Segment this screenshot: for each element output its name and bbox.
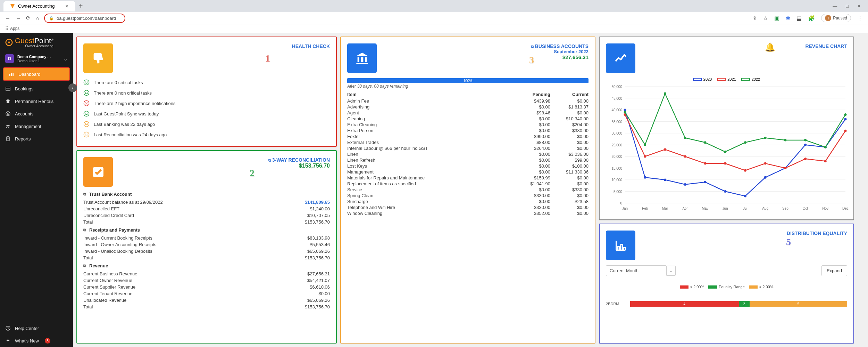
table-row: Total$153,756.70 — [83, 255, 330, 261]
nav-permanent-rentals[interactable]: Permanent Rentals — [0, 95, 73, 107]
legend-item[interactable]: 2020 — [693, 77, 712, 81]
table-row: Agent$98.46$0.00 — [347, 110, 589, 116]
health-check-item: Last Reconciliation was 24 days ago — [83, 129, 330, 140]
health-check-item: Last Banking was 22 days ago — [83, 119, 330, 129]
nav-accounts[interactable]: $ Accounts — [0, 107, 73, 120]
forward-button[interactable]: → — [16, 15, 21, 21]
svg-point-88 — [744, 169, 746, 172]
table-row: Replacement of items as specified$1,041.… — [347, 181, 589, 187]
share-icon[interactable]: ⇪ — [752, 15, 757, 22]
menu-icon[interactable]: ⋮ — [857, 15, 863, 22]
help-icon: ? — [5, 325, 11, 331]
revenue-chart-title[interactable]: REVENUE CHART — [805, 43, 847, 49]
legend-item[interactable]: 2022 — [741, 77, 760, 81]
svg-point-105 — [844, 113, 847, 116]
health-check-card: 1 HEALTH CHECK There are 0 critical task… — [76, 37, 337, 147]
table-row: Linen Refresh$0.00$99.00 — [347, 157, 589, 163]
bookmark-icon[interactable]: ☆ — [763, 15, 768, 22]
window-close[interactable]: ✕ — [857, 3, 861, 9]
svg-point-2 — [8, 41, 10, 43]
table-row: Inward - Unalloc Booking Deposits$65,069… — [83, 248, 330, 255]
ext-icon-1[interactable]: ▣ — [774, 15, 779, 22]
nav-help[interactable]: ? Help Center — [0, 322, 73, 334]
nav-reports[interactable]: Reports — [0, 132, 73, 145]
expand-button[interactable]: Expand — [821, 265, 847, 276]
section-header[interactable]: ⧉Trust Bank Account — [83, 189, 330, 199]
svg-text:Mar: Mar — [662, 207, 668, 210]
check-icon — [83, 157, 113, 187]
nav-bookings[interactable]: Bookings — [0, 82, 73, 95]
reload-button[interactable]: ⟳ — [26, 15, 31, 21]
table-row: Internal Labour @ $66 per hour inc.GST$2… — [347, 145, 589, 151]
profile-paused[interactable]: T Paused — [821, 14, 851, 22]
line-chart-icon — [606, 43, 635, 73]
legend-item: > 2.00% — [749, 285, 774, 289]
reconciliation-title[interactable]: ⧉3-WAY RECONCILIATION — [268, 157, 330, 163]
sidebar-collapse-button[interactable]: ‹ — [68, 83, 77, 92]
table-row: Inward - Current Booking Receipts$83,133… — [83, 235, 330, 241]
bar-chart-icon — [606, 231, 635, 260]
ext-icon-2[interactable]: ✱ — [786, 15, 790, 22]
apps-icon[interactable]: ⠿ — [5, 26, 8, 31]
company-picker[interactable]: D Demo Company ... Demo User 1 ⌄ — [0, 51, 73, 66]
nav-whatsnew[interactable]: What's New 3 — [0, 334, 73, 347]
url-bar[interactable]: 🔒 oa.guestpoint.com/dashboard — [44, 14, 125, 23]
svg-point-22 — [87, 92, 87, 93]
table-row: Foxtel$990.00$0.00 — [347, 134, 589, 139]
progress-bar: 100% — [347, 78, 589, 83]
svg-point-76 — [744, 195, 746, 197]
table-row: Total$153,756.70 — [83, 219, 330, 225]
business-accounts-title[interactable]: ⧉BUSINESS ACCOUNTS — [531, 43, 589, 49]
document-icon — [5, 136, 11, 142]
ext-icon-3[interactable]: ⬓ — [796, 15, 802, 22]
extensions-icon[interactable]: 🧩 — [808, 15, 815, 22]
lock-icon: 🔒 — [49, 16, 54, 21]
svg-text:Dec: Dec — [842, 207, 849, 210]
window-maximize[interactable]: □ — [846, 3, 849, 9]
bell-icon[interactable]: 🔔 — [765, 42, 775, 52]
table-row: Total$153,756.70 — [83, 304, 330, 310]
table-row: Service$0.00$330.00 — [347, 187, 589, 193]
period-select[interactable]: Current Month — [606, 265, 667, 276]
nav-management[interactable]: Management — [0, 120, 73, 132]
svg-point-17 — [84, 80, 89, 85]
new-tab-button[interactable]: + — [79, 2, 83, 10]
svg-rect-6 — [6, 87, 10, 91]
browser-tab[interactable]: Owner Accounting × — [3, 1, 75, 11]
svg-text:45,000: 45,000 — [611, 97, 622, 100]
svg-text:5,000: 5,000 — [614, 190, 622, 194]
health-check-item: There are 0 critical tasks — [83, 77, 330, 88]
svg-point-30 — [85, 123, 86, 124]
back-button[interactable]: ← — [5, 15, 10, 21]
tab-close[interactable]: × — [65, 3, 68, 9]
bar-segment: 4 — [630, 301, 739, 307]
health-check-title[interactable]: HEALTH CHECK — [292, 43, 330, 49]
svg-point-11 — [8, 125, 10, 127]
apps-label[interactable]: Apps — [10, 26, 19, 31]
svg-point-91 — [804, 158, 807, 160]
external-link-icon: ⧉ — [268, 158, 271, 162]
tab-title: Owner Accounting — [18, 3, 55, 9]
svg-text:Apr: Apr — [682, 207, 688, 210]
chevron-down-icon[interactable]: ⌄ — [667, 266, 676, 276]
svg-point-73 — [684, 183, 686, 186]
svg-point-25 — [87, 103, 87, 103]
section-header[interactable]: ⧉Receipts and Payments — [83, 225, 330, 235]
table-row: Trust Account balance as at 29/09/2022$1… — [83, 199, 330, 205]
svg-point-85 — [684, 155, 686, 158]
home-button[interactable]: ⌂ — [36, 15, 39, 21]
distribution-title[interactable]: DISTRIBUTION EQUALITY — [787, 231, 847, 236]
svg-rect-3 — [9, 74, 10, 76]
gear-icon — [5, 123, 11, 129]
svg-point-81 — [844, 118, 847, 120]
table-row: Inward - Owner Accounting Receipts$5,553… — [83, 241, 330, 248]
table-row: Admin Fee$439.98$0.00 — [347, 98, 589, 104]
svg-point-75 — [724, 190, 726, 193]
svg-point-98 — [704, 141, 706, 144]
svg-point-19 — [87, 82, 87, 82]
calendar-icon — [5, 86, 11, 91]
section-header[interactable]: ⧉Revenue — [83, 261, 330, 271]
legend-item[interactable]: 2021 — [717, 77, 736, 81]
window-minimize[interactable]: — — [833, 3, 837, 9]
nav-dashboard[interactable]: Dashboard — [3, 67, 70, 81]
